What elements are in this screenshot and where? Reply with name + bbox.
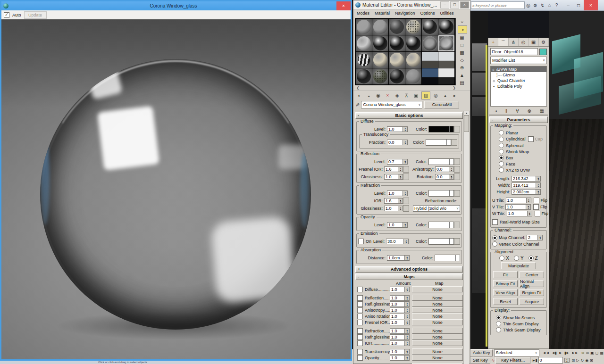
map-amount-spinner[interactable]: 1.0▴▾: [390, 328, 410, 334]
search-box[interactable]: [471, 1, 525, 9]
acquire-button[interactable]: Acquire: [520, 298, 544, 305]
med-minimize-icon[interactable]: –: [440, 1, 449, 8]
refraction-color-map-button[interactable]: [454, 190, 460, 197]
material-sample-slot[interactable]: [405, 35, 421, 51]
material-class-button[interactable]: CoronaMtl: [424, 101, 459, 108]
map-slot-button[interactable]: None: [412, 313, 463, 319]
cap-checkbox[interactable]: [528, 136, 534, 142]
tab-create[interactable]: +: [488, 38, 498, 46]
axis-radio-x[interactable]: [499, 256, 504, 261]
diffuse-color-map-button[interactable]: [454, 126, 460, 132]
mapping-radio[interactable]: [499, 143, 504, 148]
search-input[interactable]: [471, 3, 524, 8]
material-sample-slot[interactable]: [372, 52, 388, 68]
material-sample-slot[interactable]: [422, 35, 438, 51]
map-enable-checkbox[interactable]: [357, 328, 363, 334]
map-enable-checkbox[interactable]: [357, 340, 363, 346]
display-option[interactable]: Thin Seam Display: [496, 321, 545, 326]
refraction-color-swatch[interactable]: [428, 190, 454, 197]
configure-modifier-sets-icon[interactable]: ▦: [540, 108, 544, 114]
tile-spinner[interactable]: 1.0▴▾: [507, 211, 532, 216]
next-frame-icon[interactable]: ▮►: [564, 351, 569, 355]
axis-radio-y[interactable]: [514, 256, 519, 261]
material-sample-slot[interactable]: [389, 68, 405, 84]
key-filters-button[interactable]: Key Filters...: [495, 357, 530, 364]
remove-modifier-icon[interactable]: ⊗: [527, 108, 531, 114]
map-slot-button[interactable]: None: [412, 334, 463, 340]
emission-color-swatch[interactable]: [428, 238, 454, 245]
map-slot-button[interactable]: None: [412, 286, 463, 292]
material-sample-slot[interactable]: [422, 68, 438, 84]
map-slot-button[interactable]: None: [412, 340, 463, 346]
reflection-glossiness-map-button[interactable]: [403, 174, 409, 180]
mapping-radio[interactable]: [499, 137, 504, 142]
axis-option[interactable]: X: [499, 256, 509, 261]
orbit-icon[interactable]: ◉: [585, 358, 588, 363]
go-forward-sibling-icon[interactable]: ▸: [451, 92, 459, 99]
menu-utilities[interactable]: Utilities: [440, 11, 454, 16]
view-align-button[interactable]: View Align: [493, 289, 518, 296]
go-start-icon[interactable]: ◄◄: [543, 351, 549, 355]
sample-type-icon[interactable]: ○: [458, 18, 466, 25]
auto-checkbox[interactable]: ✓: [4, 12, 9, 18]
pan-icon[interactable]: ↻: [580, 358, 583, 363]
map-amount-spinner[interactable]: 1.0▴▾: [390, 320, 410, 325]
manipulate-button[interactable]: Manipulate: [501, 262, 536, 269]
refraction-glossiness-map-button[interactable]: [403, 205, 409, 212]
material-sample-slot[interactable]: [405, 68, 421, 84]
next-key-icon[interactable]: ►▮: [532, 358, 537, 363]
refraction-ior-spinner[interactable]: 1.6▴▾: [384, 198, 403, 204]
object-color-swatch[interactable]: [539, 49, 547, 55]
maximize-toggle-icon[interactable]: ⊠: [590, 358, 593, 363]
flip-checkbox[interactable]: [533, 204, 539, 210]
display-option[interactable]: Thick Seam Display: [496, 327, 545, 332]
go-end-icon[interactable]: ►►: [571, 351, 578, 355]
map-enable-checkbox[interactable]: [357, 314, 363, 319]
minimize-button[interactable]: –: [563, 0, 573, 10]
map-channel-spinner[interactable]: 2▴▾: [527, 235, 543, 240]
map-enable-checkbox[interactable]: [357, 334, 363, 340]
map-amount-spinner[interactable]: 1.0▴▾: [390, 307, 410, 313]
map-amount-spinner[interactable]: 1.0▴▾: [390, 295, 410, 301]
make-unique-icon[interactable]: ∀: [516, 108, 519, 114]
tab-modify[interactable]: ⌒: [498, 38, 508, 46]
make-unique-icon[interactable]: ◈: [393, 92, 401, 99]
translucency-fraction-spinner[interactable]: 0.0▴▾: [387, 140, 408, 145]
map-enable-checkbox[interactable]: [357, 287, 363, 292]
mapping-radio[interactable]: [499, 155, 504, 160]
material-map-navigator-icon[interactable]: ▤: [458, 79, 466, 86]
put-to-scene-icon[interactable]: ◒: [365, 92, 373, 99]
mapping-option[interactable]: Box: [499, 155, 545, 160]
material-sample-slot[interactable]: [422, 19, 438, 35]
map-enable-checkbox[interactable]: [357, 301, 363, 307]
field-of-view-icon[interactable]: ▷: [576, 358, 579, 363]
zoom-icon[interactable]: ⊡: [572, 358, 575, 363]
material-sample-slot[interactable]: [389, 52, 405, 68]
vfb-titlebar[interactable]: Corona Window_glass ×: [1, 1, 351, 10]
vertex-color-radio[interactable]: [492, 241, 497, 247]
vfb-close-icon[interactable]: ×: [336, 1, 351, 10]
maximize-button[interactable]: □: [573, 0, 584, 10]
refraction-glossiness-spinner[interactable]: 1.0▴▾: [384, 206, 403, 211]
map-enable-checkbox[interactable]: [357, 349, 363, 355]
search-icon[interactable]: ◎: [525, 3, 532, 8]
show-end-result-icon[interactable]: ◎: [432, 92, 440, 99]
make-preview-icon[interactable]: ◇: [458, 57, 466, 64]
material-sample-slot[interactable]: [372, 35, 388, 51]
material-sample-slot[interactable]: [356, 35, 372, 51]
prev-frame-icon[interactable]: ◄▮: [551, 351, 556, 355]
mapping-option[interactable]: XYZ to UVW: [499, 167, 545, 173]
bitmap-fit-button[interactable]: Bitmap Fit: [493, 280, 518, 287]
normal-align-button[interactable]: Normal Align: [520, 280, 544, 287]
mapping-radio[interactable]: [499, 167, 504, 173]
slot-scroll-right-icon[interactable]: ❯: [453, 86, 456, 90]
set-key-mode-icon[interactable]: ∿: [492, 358, 495, 363]
region-fit-button[interactable]: Region Fit: [520, 289, 544, 296]
emission-color-map-button[interactable]: [454, 238, 460, 245]
flip-checkbox[interactable]: [534, 198, 539, 203]
diffuse-color-swatch[interactable]: [428, 126, 454, 132]
mapping-radio[interactable]: [499, 149, 504, 154]
object-name-field[interactable]: Floor_Object018: [490, 48, 538, 55]
map-enable-checkbox[interactable]: [357, 320, 363, 325]
tab-motion[interactable]: ◎: [519, 38, 528, 46]
